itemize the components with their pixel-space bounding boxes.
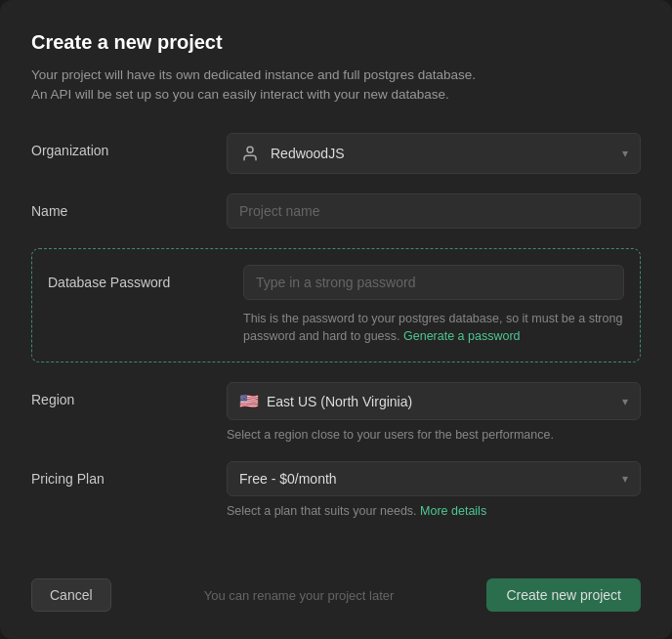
database-password-label: Database Password <box>48 265 243 290</box>
generate-password-link[interactable]: Generate a password <box>403 329 521 343</box>
form-section: Organization RedwoodJS ▾ Name <box>31 133 641 572</box>
pricing-plan-label: Pricing Plan <box>31 461 227 487</box>
org-chevron-icon: ▾ <box>622 147 628 160</box>
region-select-wrapper: 🇺🇸 East US (North Virginia) ▾ <box>227 382 641 420</box>
svg-point-0 <box>247 147 253 152</box>
name-label: Name <box>31 193 227 219</box>
region-select[interactable]: 🇺🇸 East US (North Virginia) ▾ <box>227 382 641 420</box>
organization-select[interactable]: RedwoodJS ▾ <box>227 133 641 174</box>
pricing-plan-select[interactable]: Free - $0/month ▾ <box>227 461 641 496</box>
database-password-section: Database Password This is the password t… <box>31 248 641 363</box>
database-password-control: This is the password to your postgres da… <box>243 265 624 347</box>
cancel-button[interactable]: Cancel <box>31 578 111 612</box>
org-user-icon <box>239 143 261 164</box>
pricing-plan-row: Pricing Plan Free - $0/month ▾ Select a … <box>31 461 641 518</box>
create-project-modal: Create a new project Your project will h… <box>0 0 672 639</box>
modal-title: Create a new project <box>31 31 641 54</box>
pricing-plan-chevron-icon: ▾ <box>622 472 628 486</box>
region-value: East US (North Virginia) <box>267 394 412 409</box>
rename-note: You can rename your project later <box>204 588 395 603</box>
region-label: Region <box>31 382 227 407</box>
region-control: 🇺🇸 East US (North Virginia) ▾ Select a r… <box>227 382 641 442</box>
region-row: Region 🇺🇸 East US (North Virginia) ▾ Sel… <box>31 382 641 442</box>
region-flag-icon: 🇺🇸 <box>239 392 259 410</box>
pricing-plan-hint: Select a plan that suits your needs. Mor… <box>227 504 641 518</box>
organization-row: Organization RedwoodJS ▾ <box>31 133 641 174</box>
pricing-plan-value: Free - $0/month <box>239 471 337 487</box>
database-password-hint: This is the password to your postgres da… <box>243 310 624 347</box>
database-password-input[interactable] <box>243 265 624 300</box>
pricing-plan-select-wrapper: Free - $0/month ▾ <box>227 461 641 496</box>
project-name-input[interactable] <box>227 193 641 229</box>
pricing-plan-control: Free - $0/month ▾ Select a plan that sui… <box>227 461 641 518</box>
database-password-row: Database Password This is the password t… <box>48 265 624 347</box>
modal-description: Your project will have its own dedicated… <box>31 65 641 106</box>
organization-control: RedwoodJS ▾ <box>227 133 641 174</box>
organization-label: Organization <box>31 133 227 158</box>
create-project-button[interactable]: Create new project <box>486 578 641 612</box>
modal-footer: Cancel You can rename your project later… <box>31 571 641 612</box>
region-chevron-icon: ▾ <box>622 395 628 408</box>
name-control <box>227 193 641 229</box>
organization-value: RedwoodJS <box>271 146 622 161</box>
name-row: Name <box>31 193 641 229</box>
region-hint: Select a region close to your users for … <box>227 428 641 442</box>
pricing-details-link[interactable]: More details <box>420 504 486 518</box>
